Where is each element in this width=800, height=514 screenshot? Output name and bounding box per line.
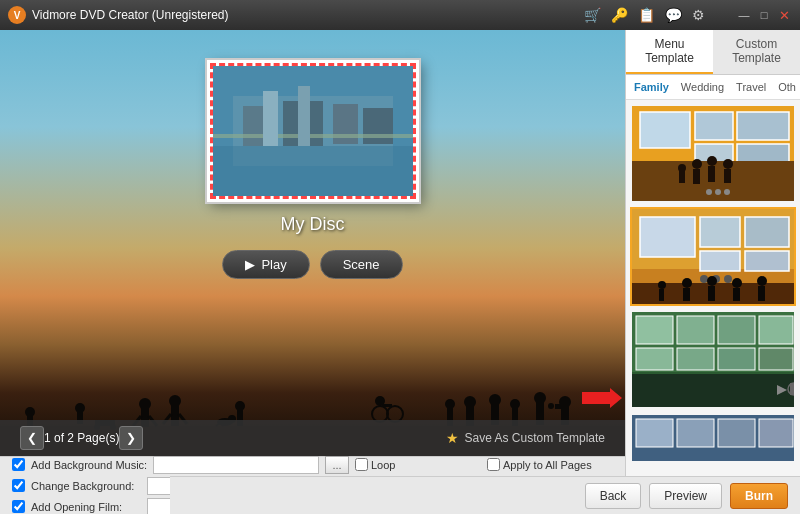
music-path-input[interactable]	[153, 456, 319, 474]
svg-rect-5	[363, 108, 393, 144]
app-logo: V	[8, 6, 26, 24]
bottom-action-row: Back Preview Burn	[170, 476, 800, 514]
loop-checkbox[interactable]	[355, 458, 368, 471]
template-item-4[interactable]	[630, 413, 796, 463]
scene-button[interactable]: Scene	[320, 250, 403, 279]
svg-rect-95	[759, 316, 793, 344]
template-preview-4	[632, 415, 794, 463]
template-item-1[interactable]	[630, 104, 796, 203]
star-icon: ★	[446, 430, 459, 446]
toolbar-icon-5[interactable]: ⚙	[689, 7, 708, 23]
play-icon: ▶	[245, 257, 255, 272]
svg-rect-106	[677, 419, 714, 447]
custom-template-tab[interactable]: Custom Template	[713, 30, 800, 74]
page-nav-bar: ❮ 1 of 2 Page(s) ❯ ★ Save As Custom Temp…	[0, 420, 625, 456]
svg-rect-87	[733, 288, 740, 301]
svg-rect-8	[263, 91, 278, 146]
toolbar-icon-1[interactable]: 🛒	[581, 7, 604, 23]
template-thumb-4	[632, 415, 794, 463]
svg-rect-53	[695, 112, 733, 140]
next-page-button[interactable]: ❯	[119, 426, 143, 450]
window-controls: 🛒 🔑 📋 💬 ⚙ — □ ✕	[581, 7, 792, 23]
add-music-checkbox[interactable]	[12, 458, 25, 471]
page-info: 1 of 2 Page(s)	[44, 431, 119, 445]
close-button[interactable]: ✕	[776, 7, 792, 23]
family-category-tab[interactable]: Family	[628, 79, 675, 95]
svg-rect-35	[382, 404, 392, 407]
add-music-label: Add Background Music:	[31, 459, 147, 471]
loop-check: Loop	[355, 458, 481, 471]
svg-point-64	[723, 159, 733, 169]
preview-controls: ▶ Play Scene	[222, 250, 402, 279]
svg-rect-94	[718, 316, 755, 344]
prev-page-button[interactable]: ❮	[20, 426, 44, 450]
template-item-3[interactable]	[630, 310, 796, 409]
travel-category-tab[interactable]: Travel	[730, 79, 772, 95]
back-button[interactable]: Back	[585, 483, 642, 509]
apply-music-checkbox[interactable]	[487, 458, 500, 471]
template-item-2[interactable]	[630, 207, 796, 306]
right-panel: Menu Template Custom Template Family Wed…	[625, 30, 800, 514]
svg-point-80	[658, 281, 666, 289]
svg-rect-75	[745, 251, 789, 271]
svg-point-60	[692, 159, 702, 169]
play-button[interactable]: ▶ Play	[222, 250, 309, 279]
svg-point-84	[707, 276, 717, 286]
svg-rect-92	[636, 316, 673, 344]
svg-rect-6	[213, 146, 413, 196]
template-thumb-2	[632, 209, 794, 304]
app-title: Vidmore DVD Creator (Unregistered)	[32, 8, 581, 22]
toolbar-icon-3[interactable]: 📋	[635, 7, 658, 23]
svg-rect-59	[679, 171, 685, 183]
wedding-category-tab[interactable]: Wedding	[675, 79, 730, 95]
preview-button[interactable]: Preview	[649, 483, 722, 509]
svg-point-22	[169, 395, 181, 407]
category-tabs: Family Wedding Travel Oth ❯	[626, 75, 800, 100]
main-container: My Disc ▶ Play Scene	[0, 30, 800, 514]
change-bg-label: Change Background:	[31, 480, 141, 492]
svg-rect-85	[708, 286, 715, 301]
svg-rect-99	[759, 348, 793, 370]
other-category-tab[interactable]: Oth	[772, 79, 800, 95]
stamp-image	[213, 66, 413, 196]
template-list	[626, 100, 800, 514]
svg-point-88	[757, 276, 767, 286]
template-thumb-1	[632, 106, 794, 201]
svg-point-78	[724, 275, 732, 283]
svg-point-26	[235, 401, 245, 411]
svg-marker-109	[582, 388, 622, 408]
svg-rect-54	[737, 112, 789, 140]
minimize-button[interactable]: —	[736, 7, 752, 23]
svg-rect-100	[632, 374, 794, 407]
template-thumb-3	[632, 312, 794, 407]
svg-rect-61	[693, 169, 700, 184]
svg-rect-73	[745, 217, 789, 247]
svg-rect-63	[708, 166, 715, 182]
svg-point-44	[534, 392, 546, 404]
save-template-button[interactable]: ★ Save As Custom Template	[446, 430, 605, 446]
stamp-inner	[213, 66, 413, 196]
svg-point-67	[715, 189, 721, 195]
red-arrow-indicator	[582, 388, 622, 408]
menu-template-tab[interactable]: Menu Template	[626, 30, 713, 74]
change-bg-checkbox[interactable]	[12, 479, 25, 492]
svg-point-62	[707, 156, 717, 166]
svg-rect-83	[683, 288, 690, 301]
svg-rect-89	[758, 286, 765, 301]
svg-point-11	[25, 407, 35, 417]
toolbar-icon-4[interactable]: 💬	[662, 7, 685, 23]
toolbar-icon-2[interactable]: 🔑	[608, 7, 631, 23]
burn-button[interactable]: Burn	[730, 483, 788, 509]
svg-point-58	[678, 164, 686, 172]
left-panel: My Disc ▶ Play Scene	[0, 30, 625, 514]
disc-title: My Disc	[281, 214, 345, 235]
maximize-button[interactable]: □	[756, 7, 772, 23]
apply-music-check: Apply to All Pages	[487, 458, 613, 471]
music-browse-button[interactable]: ...	[325, 456, 349, 474]
svg-point-68	[724, 189, 730, 195]
svg-point-42	[510, 399, 520, 409]
template-preview-3	[632, 312, 794, 407]
svg-point-18	[139, 398, 151, 410]
dvd-preview: My Disc ▶ Play Scene	[207, 60, 419, 279]
add-film-checkbox[interactable]	[12, 500, 25, 513]
